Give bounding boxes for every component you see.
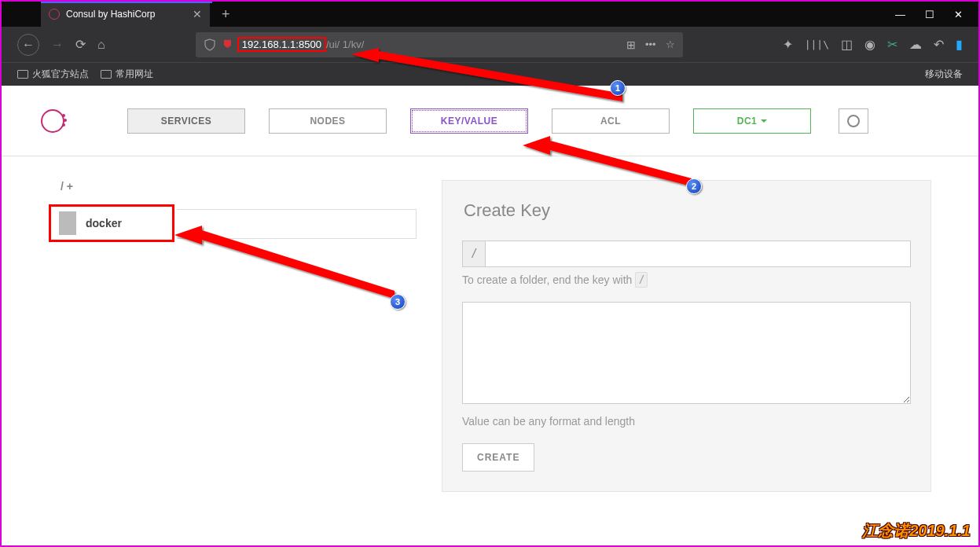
library-icon[interactable]: |||\ — [805, 39, 829, 50]
url-host: 192.168.1.1:8500 — [237, 37, 326, 52]
kv-item-row-extension — [177, 209, 417, 239]
tab-acl[interactable]: ACL — [552, 108, 670, 134]
panel-title: Create Key — [462, 200, 911, 221]
back-button[interactable]: ← — [17, 34, 39, 56]
undo-icon[interactable]: ↶ — [934, 37, 944, 52]
consul-logo-icon — [41, 109, 64, 133]
maximize-icon[interactable]: ☐ — [925, 9, 934, 20]
new-tab-button[interactable]: + — [222, 6, 230, 23]
bookmark-common[interactable]: 常用网址 — [101, 68, 153, 81]
bookmarks-bar: 火狐官方站点 常用网址 移动设备 — [2, 62, 978, 86]
bookmark-firefox[interactable]: 火狐官方站点 — [17, 68, 89, 81]
key-hint: To create a folder, end the key with / — [462, 274, 911, 286]
extension-icon[interactable]: ✦ — [783, 37, 793, 52]
settings-button[interactable] — [839, 108, 868, 134]
shield-icon — [204, 39, 216, 51]
folder-icon — [17, 70, 28, 79]
account-icon[interactable]: ◉ — [864, 37, 875, 52]
home-button[interactable]: ⌂ — [97, 38, 105, 52]
insecure-icon: ⛊ — [222, 39, 233, 50]
reload-button[interactable]: ⟳ — [75, 37, 86, 52]
sidebar-icon[interactable]: ◫ — [841, 37, 853, 52]
minimize-icon[interactable]: — — [895, 9, 905, 20]
value-hint: Value can be any format and length — [462, 415, 911, 428]
watermark: 江念诺2019.1.1 — [862, 520, 971, 541]
create-key-panel: Create Key / To create a folder, end the… — [442, 180, 931, 492]
kv-item-docker[interactable]: docker — [49, 204, 174, 242]
tab-services[interactable]: SERVICES — [127, 108, 245, 134]
folder-icon — [59, 211, 76, 235]
tab-keyvalue[interactable]: KEY/VALUE — [410, 108, 528, 134]
browser-toolbar: ← → ⟳ ⌂ ⛊ 192.168.1.1:8500/ui/ 1/kv/ ⊞ •… — [2, 27, 978, 62]
forward-button[interactable]: → — [51, 38, 64, 52]
more-icon[interactable]: ▮ — [956, 37, 963, 52]
browser-tab-strip: Consul by HashiCorp ✕ + — ☐ ✕ — [2, 2, 978, 27]
key-name-input[interactable] — [486, 240, 911, 267]
close-tab-icon[interactable]: ✕ — [193, 8, 202, 20]
kv-tree-panel: / + docker — [49, 180, 418, 492]
kv-item-label: docker — [86, 217, 122, 229]
folder-icon — [101, 70, 112, 79]
crop-icon[interactable]: ✂ — [887, 37, 897, 52]
browser-tab[interactable]: Consul by HashiCorp ✕ — [41, 2, 210, 27]
value-textarea[interactable] — [462, 302, 911, 404]
consul-favicon — [49, 9, 60, 20]
consul-nav: SERVICES NODES KEY/VALUE ACL DC1 — [2, 86, 978, 156]
datacenter-selector[interactable]: DC1 — [693, 108, 811, 134]
mobile-devices-link[interactable]: 移动设备 — [925, 68, 963, 81]
page-actions-icon[interactable]: ••• — [645, 39, 656, 50]
close-window-icon[interactable]: ✕ — [954, 9, 963, 20]
cloud-icon[interactable]: ☁ — [909, 37, 922, 52]
qr-icon[interactable]: ⊞ — [626, 39, 636, 51]
url-path: /ui/ 1/kv/ — [326, 39, 364, 50]
address-bar[interactable]: ⛊ 192.168.1.1:8500/ui/ 1/kv/ ⊞ ••• ☆ — [196, 32, 683, 57]
main-content: / + docker Create Key / To create a fold… — [2, 156, 978, 516]
key-prefix-label: / — [462, 240, 486, 267]
gear-icon — [847, 115, 860, 127]
tab-nodes[interactable]: NODES — [269, 108, 387, 134]
bookmark-star-icon[interactable]: ☆ — [666, 39, 675, 50]
kv-breadcrumb[interactable]: / + — [61, 180, 418, 193]
tab-title: Consul by HashiCorp — [66, 9, 155, 20]
window-controls: — ☐ ✕ — [895, 9, 978, 20]
create-button[interactable]: CREATE — [462, 443, 534, 472]
